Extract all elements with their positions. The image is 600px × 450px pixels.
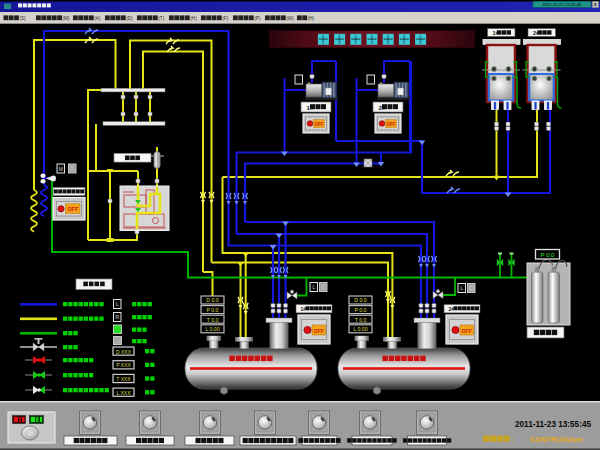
svg-text:(A): (A)	[94, 16, 101, 21]
svg-text:(W): (W)	[286, 16, 294, 21]
svg-text:D XXX: D XXX	[116, 349, 132, 355]
svg-text:OFF: OFF	[386, 122, 395, 127]
svg-text:2#: 2#	[449, 307, 455, 312]
svg-text:L: L	[116, 301, 119, 307]
svg-text:CONTROXUser: CONTROXUser	[530, 435, 584, 444]
svg-text:L: L	[312, 284, 315, 290]
svg-text:(P): (P)	[254, 16, 261, 21]
svg-text:P 0.0: P 0.0	[206, 307, 218, 313]
svg-text:L XXX: L XXX	[117, 390, 132, 396]
svg-text:D 0.0: D 0.0	[206, 297, 219, 303]
svg-text:OFF: OFF	[314, 328, 324, 334]
svg-text:T 0.0: T 0.0	[355, 317, 367, 323]
svg-text:(S): (S)	[20, 16, 27, 21]
svg-text:OFF: OFF	[67, 206, 78, 212]
svg-text:L 0.00: L 0.00	[353, 326, 367, 332]
svg-text:(H): (H)	[190, 16, 197, 21]
svg-text:P 0.0: P 0.0	[354, 307, 366, 313]
svg-text:OFF: OFF	[314, 122, 323, 127]
svg-text:(D): (D)	[126, 16, 133, 21]
svg-text::: :	[512, 436, 514, 443]
svg-text:(F): (F)	[222, 16, 228, 21]
svg-text:2011-11-23 13:55:45: 2011-11-23 13:55:45	[515, 420, 591, 429]
svg-text:R: R	[115, 314, 119, 320]
svg-text:2011-11-23 13:55:45: 2011-11-23 13:55:45	[543, 2, 583, 7]
svg-text:M: M	[59, 166, 63, 172]
svg-text:(T): (T)	[158, 16, 164, 21]
svg-text:L: L	[460, 285, 463, 291]
svg-text:P 0.0: P 0.0	[541, 252, 554, 258]
svg-text:D 0.0: D 0.0	[354, 297, 367, 303]
svg-text:T 0.0: T 0.0	[207, 317, 219, 323]
svg-text:L 0.00: L 0.00	[205, 326, 219, 332]
svg-text:(H): (H)	[308, 16, 315, 21]
svg-text:1#: 1#	[301, 307, 307, 312]
svg-text:(M): (M)	[63, 16, 70, 21]
svg-text:OFF: OFF	[462, 328, 472, 334]
svg-text:T XXX: T XXX	[116, 376, 131, 382]
svg-text:P XXX: P XXX	[116, 362, 131, 368]
